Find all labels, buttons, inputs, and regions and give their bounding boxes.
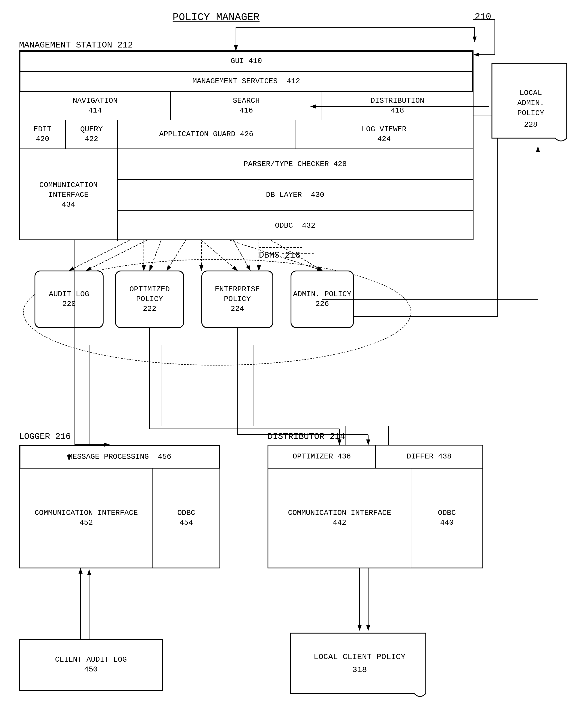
admin-policy-label: ADMIN. POLICY226 [293, 290, 351, 309]
optimized-policy-label: OPTIMIZED POLICY222 [116, 285, 183, 314]
optimized-policy-box: OPTIMIZED POLICY222 [115, 270, 184, 328]
gui-label: GUI 410 [230, 56, 262, 66]
management-services-label: MANAGEMENT SERVICES 412 [192, 77, 300, 86]
diagram: POLICY MANAGER 210 MANAGEMENT STATION 21… [0, 0, 588, 708]
svg-text:ADMIN.: ADMIN. [517, 99, 544, 107]
log-viewer-label: LOG VIEWER424 [362, 125, 406, 144]
svg-text:LOCAL: LOCAL [520, 89, 542, 97]
comm-interface-ms-label: COMMUNICATION INTERFACE434 [20, 180, 117, 209]
management-station-label: MANAGEMENT STATION 212 [19, 40, 133, 50]
distribution-label: DISTRIBUTION418 [371, 96, 424, 116]
message-processing-label: MESSAGE PROCESSING 456 [68, 452, 172, 462]
client-audit-log-label: CLIENT AUDIT LOG450 [55, 655, 127, 675]
svg-text:LOCAL CLIENT POLICY: LOCAL CLIENT POLICY [314, 652, 405, 661]
db-layer-label: DB LAYER 430 [266, 190, 324, 200]
local-admin-policy-doc: LOCAL ADMIN. POLICY 228 [489, 60, 572, 150]
search-label: SEARCH416 [233, 96, 260, 116]
gui-box: GUI 410 [20, 51, 473, 71]
enterprise-policy-box: ENTERPRISE POLICY224 [202, 270, 273, 328]
distributor-comm-interface-label: COMMUNICATION INTERFACE442 [288, 508, 391, 528]
dbms-label: DBMS 218 [259, 250, 300, 260]
client-audit-log-box: CLIENT AUDIT LOG450 [19, 639, 163, 691]
edit-label: EDIT420 [34, 125, 52, 144]
svg-text:POLICY: POLICY [517, 109, 544, 117]
logger-label: LOGGER 216 [19, 432, 71, 442]
odbc-ms-label: ODBC 432 [275, 221, 315, 231]
logger-box: MESSAGE PROCESSING 456 COMMUNICATION INT… [19, 445, 220, 568]
differ-label: DIFFER 438 [406, 452, 451, 462]
parser-type-checker-label: PARSER/TYPE CHECKER 428 [244, 159, 347, 169]
optimizer-label: OPTIMIZER 436 [292, 452, 351, 462]
management-station-box: GUI 410 MANAGEMENT SERVICES 412 NAVIGATI… [19, 50, 473, 240]
admin-policy-box: ADMIN. POLICY226 [290, 270, 354, 328]
distributor-box: OPTIMIZER 436 DIFFER 438 COMMUNICATION I… [268, 445, 483, 568]
enterprise-policy-label: ENTERPRISE POLICY224 [202, 285, 272, 314]
distributor-label: DISTRIBUTOR 214 [268, 432, 345, 442]
application-guard-label: APPLICATION GUARD 426 [159, 129, 253, 139]
audit-log-label: AUDIT LOG220 [49, 290, 89, 309]
audit-log-box: AUDIT LOG220 [34, 270, 103, 328]
logger-odbc-label: ODBC454 [177, 508, 195, 528]
navigation-label: NAVIGATION414 [73, 96, 118, 116]
policy-manager-title: POLICY MANAGER [173, 11, 259, 23]
distributor-odbc-label: ODBC440 [438, 508, 456, 528]
svg-text:228: 228 [524, 120, 538, 129]
policy-manager-ref: 210 [475, 11, 491, 22]
local-client-policy-doc: LOCAL CLIENT POLICY 318 [288, 630, 432, 702]
management-services-box: MANAGEMENT SERVICES 412 [20, 71, 473, 91]
logger-comm-interface-label: COMMUNICATION INTERFACE452 [34, 508, 138, 528]
svg-text:318: 318 [352, 666, 367, 674]
query-label: QUERY422 [80, 125, 103, 144]
message-processing-box: MESSAGE PROCESSING 456 [20, 445, 219, 469]
